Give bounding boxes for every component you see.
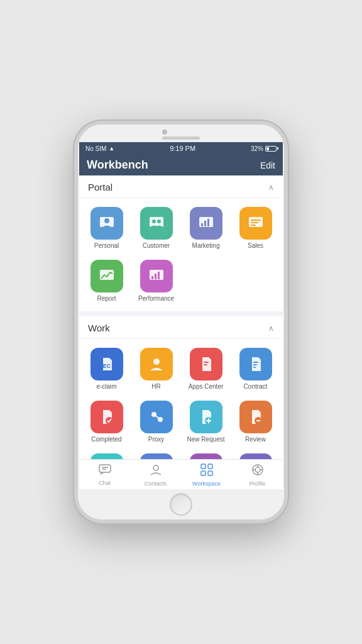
appscenter-label: Apps Center <box>189 383 224 391</box>
contract-icon <box>239 348 272 380</box>
app-document[interactable]: Document <box>232 450 279 459</box>
app-contract[interactable]: Contract <box>232 344 279 394</box>
portal-chevron[interactable]: ∧ <box>268 183 274 192</box>
svg-rect-43 <box>99 465 111 472</box>
app-completed[interactable]: Completed <box>83 397 130 447</box>
app-customer[interactable]: Customer <box>133 203 180 253</box>
contacts-tab-label: Contacts <box>145 480 167 487</box>
completed-icon <box>90 401 123 433</box>
svg-rect-11 <box>251 222 258 223</box>
svg-rect-23 <box>253 364 257 365</box>
contract-label: Contract <box>244 383 268 391</box>
svg-rect-2 <box>150 217 163 227</box>
app-review[interactable]: Review <box>232 397 279 447</box>
completed-label: Completed <box>91 436 121 443</box>
app-clouddisk[interactable]: Cloud Disk <box>133 450 180 459</box>
tab-chat[interactable]: Chat <box>79 464 130 486</box>
svg-point-3 <box>152 219 156 223</box>
phone-screen: No SIM ▲ 9:19 PM 32% Workbench Edit Port… <box>79 142 283 489</box>
sales-icon <box>239 207 272 240</box>
svg-rect-16 <box>155 274 156 279</box>
tab-workspace[interactable]: Workspace <box>181 464 232 487</box>
app-newrequest[interactable]: New Request <box>182 397 229 447</box>
review-icon <box>239 401 272 433</box>
work-title: Work <box>88 323 110 333</box>
performance-label: Performance <box>138 295 174 303</box>
page-title: Workbench <box>87 158 148 172</box>
app-myrequest[interactable]: i My Request <box>83 450 130 459</box>
svg-rect-47 <box>201 464 206 469</box>
report-icon <box>90 260 123 292</box>
app-hr[interactable]: HR <box>133 344 180 394</box>
app-news[interactable]: News <box>182 450 229 459</box>
status-left: No SIM ▲ <box>85 145 114 152</box>
portal-section: Portal ∧ Personal <box>79 175 283 311</box>
app-performance[interactable]: Performance <box>133 256 180 306</box>
phone-frame: No SIM ▲ 9:19 PM 32% Workbench Edit Port… <box>74 121 288 523</box>
app-proxy[interactable]: Proxy <box>133 397 180 447</box>
marketing-icon <box>190 207 222 240</box>
edit-button[interactable]: Edit <box>260 160 275 170</box>
wifi-icon: ▲ <box>109 145 114 152</box>
work-chevron[interactable]: ∧ <box>268 324 274 333</box>
svg-rect-48 <box>208 464 212 469</box>
svg-rect-22 <box>253 362 258 363</box>
customer-label: Customer <box>143 242 170 250</box>
news-icon <box>190 453 222 459</box>
chat-tab-label: Chat <box>99 480 111 486</box>
home-button[interactable] <box>170 493 192 516</box>
marketing-label: Marketing <box>192 242 220 250</box>
app-report[interactable]: Report <box>83 256 130 306</box>
svg-rect-6 <box>201 223 203 226</box>
work-grid: EC e-claim HR <box>79 339 283 459</box>
svg-rect-7 <box>204 221 206 226</box>
svg-rect-21 <box>204 364 207 365</box>
portal-header: Portal ∧ <box>79 175 283 198</box>
customer-icon <box>140 207 173 240</box>
sales-label: Sales <box>248 242 263 250</box>
svg-rect-15 <box>151 276 153 279</box>
app-eclaim[interactable]: EC e-claim <box>83 344 130 394</box>
tab-profile[interactable]: Profile <box>232 464 283 487</box>
chat-icon <box>99 464 111 479</box>
app-sales[interactable]: Sales <box>232 203 279 253</box>
document-icon <box>239 453 272 459</box>
phone-bottom <box>78 489 284 519</box>
hr-label: HR <box>151 383 160 391</box>
newrequest-icon <box>190 401 222 433</box>
tab-contacts[interactable]: Contacts <box>130 464 181 487</box>
portal-grid: Personal Customer <box>79 198 283 311</box>
svg-line-28 <box>154 414 160 419</box>
phone-top-bar <box>78 125 284 142</box>
speaker <box>162 136 200 140</box>
battery-percent: 32% <box>251 145 263 152</box>
newrequest-label: New Request <box>187 436 224 443</box>
app-marketing[interactable]: Marketing <box>182 203 229 253</box>
performance-icon <box>140 260 173 292</box>
personal-label: Personal <box>94 242 119 250</box>
carrier-label: No SIM <box>85 145 106 152</box>
tab-bar: Chat Contacts <box>79 459 283 489</box>
workspace-icon <box>200 464 213 479</box>
app-appscenter[interactable]: Apps Center <box>182 344 229 394</box>
status-right: 32% <box>251 145 277 152</box>
work-section: Work ∧ EC e-claim <box>79 316 283 459</box>
nav-bar: Workbench Edit <box>79 155 283 175</box>
svg-rect-8 <box>207 219 209 226</box>
contacts-icon <box>150 464 162 479</box>
svg-point-19 <box>153 358 160 365</box>
myrequest-icon: i <box>90 453 123 459</box>
app-personal[interactable]: Personal <box>83 203 130 253</box>
battery-fill <box>266 147 269 150</box>
proxy-icon <box>140 401 173 433</box>
svg-text:EC: EC <box>102 363 111 369</box>
scroll-area[interactable]: Portal ∧ Personal <box>79 175 283 459</box>
hr-icon <box>140 348 173 380</box>
svg-rect-12 <box>251 225 256 226</box>
review-label: Review <box>245 436 266 443</box>
eclaim-icon: EC <box>90 348 123 380</box>
svg-rect-10 <box>251 219 261 221</box>
svg-rect-49 <box>201 471 206 475</box>
svg-rect-17 <box>158 272 160 279</box>
clouddisk-icon <box>140 453 173 459</box>
